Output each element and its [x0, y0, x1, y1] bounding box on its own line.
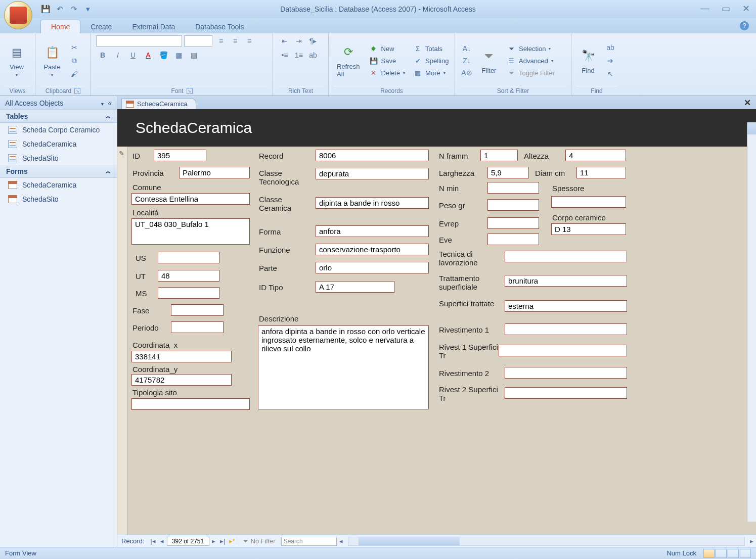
bold-button[interactable]: B [96, 50, 109, 61]
field-comune[interactable] [131, 193, 250, 205]
paste-button[interactable]: 📋Paste▾ [40, 43, 64, 78]
field-coord-x[interactable] [131, 351, 232, 362]
field-riv2[interactable] [505, 367, 627, 379]
field-forma[interactable] [316, 225, 429, 237]
decrease-list-icon[interactable]: ⇤ [278, 35, 291, 46]
field-classe-cer[interactable] [316, 197, 429, 209]
select-icon[interactable]: ↖ [604, 68, 617, 79]
tab-home[interactable]: Home [40, 20, 80, 33]
record-selector-gutter[interactable] [117, 147, 127, 535]
nav-section-tables[interactable]: Tables︽ [0, 110, 117, 123]
fill-color-icon[interactable]: 🪣 [157, 50, 170, 61]
advanced-button[interactable]: ☰Advanced▾ [505, 56, 557, 66]
field-larghezza[interactable] [487, 167, 529, 178]
field-spessore[interactable] [551, 196, 626, 208]
new-record-button[interactable]: ▸* [228, 537, 237, 546]
field-tecnica[interactable] [505, 251, 627, 262]
scroll-thumb[interactable] [359, 537, 460, 545]
find-button[interactable]: 🔭Find [576, 46, 600, 75]
field-classe-tecn[interactable] [316, 168, 429, 179]
clear-sort-icon[interactable]: A⊘ [460, 67, 473, 78]
underline-button[interactable]: U [126, 50, 140, 61]
refresh-all-button[interactable]: ⟳Refresh All [334, 42, 363, 79]
close-document-button[interactable]: ✕ [744, 98, 751, 108]
highlight-icon[interactable]: ab [306, 50, 320, 61]
chevron-down-icon[interactable]: ▾ [101, 101, 104, 107]
document-tab[interactable]: SchedaCeramica [121, 98, 196, 109]
field-riv2st[interactable] [505, 387, 627, 399]
view-button[interactable]: ▤View▾ [5, 43, 28, 78]
filter-button[interactable]: ⏷Filter [477, 46, 501, 75]
field-nmin[interactable] [487, 182, 539, 194]
field-altezza[interactable] [565, 150, 626, 161]
minimize-button[interactable]: — [700, 3, 709, 14]
format-painter-icon[interactable]: 🖌 [68, 68, 81, 79]
vertical-scrollbar[interactable] [747, 122, 756, 522]
next-record-button[interactable]: ▸ [209, 537, 218, 546]
field-localita[interactable] [131, 218, 250, 245]
cut-icon[interactable]: ✂ [68, 42, 81, 53]
tab-external-data[interactable]: External Data [122, 20, 185, 33]
copy-icon[interactable]: ⧉ [68, 55, 81, 66]
last-record-button[interactable]: ▸| [218, 537, 228, 546]
field-us[interactable] [158, 252, 219, 263]
spelling-button[interactable]: ✔Spelling [411, 56, 451, 66]
field-fase[interactable] [171, 304, 224, 316]
field-riv1st[interactable] [499, 345, 627, 356]
help-icon[interactable]: ? [740, 21, 749, 30]
office-button[interactable] [4, 1, 32, 29]
tab-create[interactable]: Create [80, 20, 122, 33]
field-tipologia-sito[interactable] [131, 398, 250, 410]
field-diam[interactable] [576, 167, 626, 178]
toggle-filter-button[interactable]: ⏷Toggle Filter [505, 68, 557, 78]
field-descrizione[interactable] [258, 325, 429, 409]
field-peso[interactable] [487, 199, 539, 211]
redo-icon[interactable]: ↷ [69, 4, 79, 14]
numbering-icon[interactable]: 1≡ [292, 50, 305, 61]
first-record-button[interactable]: |◂ [149, 537, 158, 546]
shutter-collapse-icon[interactable]: « [108, 99, 112, 107]
view-form-button[interactable] [703, 549, 715, 558]
increase-list-icon[interactable]: ⇥ [292, 35, 305, 46]
ltr-icon[interactable]: ¶▸ [306, 35, 320, 46]
field-coord-y[interactable] [131, 374, 232, 386]
delete-record-button[interactable]: ✕Delete▾ [367, 68, 408, 78]
clipboard-dialog-launcher[interactable]: ↘ [74, 88, 80, 94]
filter-indicator[interactable]: ⏷No Filter [237, 537, 281, 545]
field-periodo[interactable] [171, 321, 224, 333]
record-search-input[interactable] [281, 537, 337, 546]
field-ms[interactable] [158, 287, 219, 299]
prev-record-button[interactable]: ◂ [158, 537, 167, 546]
nav-item-form[interactable]: SchedaCeramica [0, 178, 117, 192]
nav-item-table[interactable]: SchedaCeramica [0, 137, 117, 151]
undo-icon[interactable]: ↶ [55, 4, 65, 14]
field-corpo[interactable] [551, 223, 626, 235]
field-tratt-sup[interactable] [505, 275, 627, 287]
font-color-icon[interactable]: A [142, 50, 155, 61]
sort-desc-icon[interactable]: Z↓ [460, 55, 473, 66]
hscroll-right-button[interactable]: ▸ [747, 537, 756, 546]
field-sup-tratt[interactable] [505, 300, 627, 312]
record-position-input[interactable] [167, 537, 209, 546]
field-evrep[interactable] [487, 217, 539, 229]
alt-row-color-icon[interactable]: ▤ [187, 50, 200, 61]
replace-icon[interactable]: ab [604, 42, 617, 53]
align-left-icon[interactable]: ≡ [214, 35, 228, 46]
scroll-thumb[interactable] [747, 122, 756, 134]
view-datasheet-button[interactable] [716, 549, 727, 558]
nav-item-table[interactable]: SchedaSito [0, 151, 117, 165]
align-center-icon[interactable]: ≡ [229, 35, 242, 46]
field-id[interactable] [154, 150, 206, 161]
bullets-icon[interactable]: •≡ [278, 50, 291, 61]
font-size-combo[interactable] [184, 35, 212, 46]
font-dialog-launcher[interactable]: ↘ [187, 88, 193, 94]
field-parte[interactable] [316, 262, 429, 273]
more-button[interactable]: ▦More▾ [411, 68, 451, 78]
nav-item-table[interactable]: Scheda Corpo Ceramico [0, 123, 117, 137]
save-icon[interactable]: 💾 [40, 4, 51, 14]
gridlines-icon[interactable]: ▦ [172, 50, 185, 61]
field-provincia[interactable] [179, 167, 250, 178]
totals-button[interactable]: ΣTotals [411, 43, 451, 54]
nav-header[interactable]: All Access Objects ▾ « [0, 96, 117, 110]
field-funzione[interactable] [316, 244, 429, 255]
